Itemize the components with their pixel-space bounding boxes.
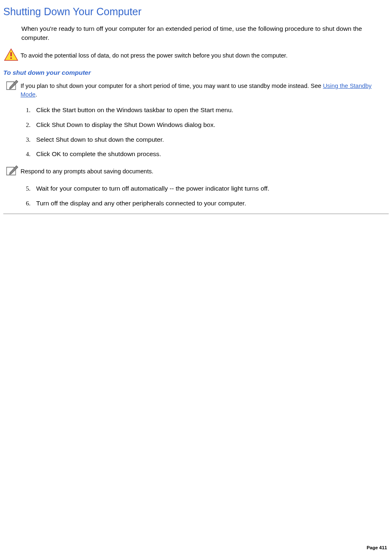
step-number: 3.: [26, 136, 36, 143]
step-text: Wait for your computer to turn off autom…: [36, 184, 269, 193]
list-item: 1. Click the Start button on the Windows…: [26, 106, 389, 115]
warning-text: To avoid the potential loss of data, do …: [21, 48, 288, 60]
step-number: 6.: [26, 200, 36, 207]
note-callout-1: If you plan to shut down your computer f…: [3, 79, 389, 99]
section-divider: [3, 214, 389, 214]
page-title: Shutting Down Your Computer: [3, 6, 389, 18]
step-text: Click Shut Down to display the Shut Down…: [36, 120, 215, 129]
list-item: 5. Wait for your computer to turn off au…: [26, 184, 389, 193]
step-number: 5.: [26, 185, 36, 192]
note-1-text-container: If you plan to shut down your computer f…: [21, 79, 389, 99]
note-1-text-after: .: [35, 91, 37, 98]
svg-point-2: [10, 58, 12, 59]
step-text: Turn off the display and any other perip…: [36, 199, 246, 208]
step-text: Click OK to complete the shutdown proces…: [36, 150, 161, 159]
intro-paragraph: When you're ready to turn off your compu…: [21, 24, 389, 42]
step-number: 2.: [26, 122, 36, 129]
list-item: 2. Click Shut Down to display the Shut D…: [26, 120, 389, 129]
note-icon: [3, 79, 21, 91]
list-item: 3. Select Shut down to shut down the com…: [26, 135, 389, 144]
steps-list-a: 1. Click the Start button on the Windows…: [26, 106, 389, 159]
steps-list-b: 5. Wait for your computer to turn off au…: [26, 184, 389, 207]
note-1-text-before: If you plan to shut down your computer f…: [21, 83, 323, 89]
step-text: Click the Start button on the Windows ta…: [36, 106, 233, 115]
warning-icon: [3, 48, 21, 61]
page-number: Page 411: [367, 545, 387, 550]
section-subheading: To shut down your computer: [3, 69, 389, 76]
step-number: 4.: [26, 151, 36, 158]
note-2-text: Respond to any prompts about saving docu…: [21, 164, 153, 176]
list-item: 6. Turn off the display and any other pe…: [26, 199, 389, 208]
step-text: Select Shut down to shut down the comput…: [36, 135, 164, 144]
list-item: 4. Click OK to complete the shutdown pro…: [26, 150, 389, 159]
note-callout-2: Respond to any prompts about saving docu…: [3, 164, 389, 177]
step-number: 1.: [26, 107, 36, 114]
note-icon: [3, 164, 21, 177]
warning-callout: To avoid the potential loss of data, do …: [3, 48, 389, 61]
svg-rect-1: [10, 52, 12, 56]
